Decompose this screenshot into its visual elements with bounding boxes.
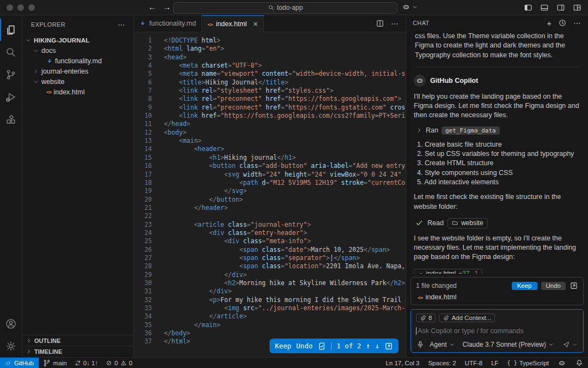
command-center-search[interactable]: todo-app [173, 2, 397, 14]
remote-indicator[interactable]: GitHub [0, 358, 39, 368]
minimize-window-button[interactable] [17, 4, 24, 11]
view-changes-icon[interactable] [569, 281, 578, 290]
code-line: 12<body> [134, 129, 406, 137]
code-line: 14 <header> [134, 145, 406, 153]
tab-functionality.md[interactable]: functionality.md [134, 15, 202, 32]
add-context-button[interactable]: Add Context... [439, 313, 495, 322]
tool-call-chip[interactable]: get_Figma_data [442, 126, 500, 135]
extensions-activity-button[interactable] [0, 108, 22, 130]
section-label: TIMELINE [34, 348, 62, 355]
changed-file-name[interactable]: index.html [425, 293, 456, 301]
window-controls[interactable] [7, 4, 35, 11]
expand-tool-call-icon[interactable] [416, 127, 422, 134]
sidebar-section-timeline[interactable]: TIMELINE [22, 346, 133, 357]
edited-file-chip[interactable]: <> index.html +37 -1 [414, 269, 482, 274]
chev-right-icon [33, 68, 39, 75]
source-control-activity-button[interactable] [0, 63, 22, 86]
tree-item-journal-enteries[interactable]: journal-enteries [22, 66, 133, 76]
keep-all-button[interactable]: Keep [512, 282, 537, 290]
layout-right-icon[interactable] [556, 3, 565, 12]
attachments-chip[interactable]: 8 [416, 313, 436, 322]
copilot-status-button[interactable] [553, 359, 571, 367]
code-line: 30 <h2>Morning hike at Skyline Wildernes… [134, 279, 406, 287]
cursor-position[interactable]: Ln 17, Col 3 [381, 360, 424, 366]
tree-item-functionality.md[interactable]: functionality.md [22, 56, 133, 66]
split-editor-button[interactable] [376, 19, 384, 28]
close-icon[interactable]: × [253, 20, 258, 28]
back-arrow-icon[interactable]: ← [148, 2, 156, 11]
layout-bottom-icon[interactable] [540, 3, 549, 12]
code-text: <svg width="24" height="24" viewBox="0 0… [164, 171, 406, 179]
search-activity-button[interactable] [0, 41, 22, 63]
code-line: 18 <path d="M12 5V19M5 12H19" stroke="cu… [134, 179, 406, 187]
previous-edit-button[interactable]: ↑ [366, 342, 370, 350]
editor-more-actions-button[interactable]: ⋯ [391, 19, 399, 28]
code-text: </button> [164, 196, 243, 204]
sync-indicator[interactable]: 0↓ 1↑ [71, 360, 102, 366]
code-line: 28 <span class="location">2201 Imola Ave… [134, 262, 406, 270]
encoding-indicator[interactable]: UTF-8 [461, 360, 487, 366]
code-text: <img src="../journal-enteries/images/202… [164, 304, 406, 312]
settings-gear-button[interactable] [0, 335, 22, 357]
tree-item-website[interactable]: website [22, 76, 133, 87]
html-file-icon: <> [207, 21, 212, 27]
explorer-more-actions-button[interactable]: ⋯ [118, 20, 126, 29]
editor-group: functionality.md<>index.html× ⋯ 1<!DOCTY… [133, 15, 406, 357]
accounts-button[interactable] [0, 312, 22, 335]
line-number: 36 [134, 329, 152, 337]
chat-messages[interactable]: css files. Use the Theme variable collec… [406, 31, 588, 274]
read-target-chip[interactable]: website [448, 218, 488, 228]
microphone-button[interactable] [416, 340, 425, 349]
code-text: <div class="entry-header"> [164, 229, 307, 237]
sidebar-section-outline[interactable]: OUTLINE [22, 335, 133, 346]
model-picker[interactable]: Claude 3.7 Sonnet (Preview) [463, 341, 554, 348]
layout-left-icon[interactable] [524, 3, 532, 12]
mode-picker[interactable]: Agent [430, 341, 455, 348]
tree-item-docs[interactable]: docs [22, 45, 133, 56]
assistant-paragraph: Let me first check the existing file str… [414, 192, 580, 212]
line-number: 1 [134, 37, 152, 45]
warnings-icon [120, 360, 127, 366]
branch-indicator[interactable]: main [39, 359, 71, 367]
chat-step: 2. Set up CSS variables for theming and … [417, 149, 580, 159]
tree-item-index.html[interactable]: <>index.html [22, 87, 133, 97]
line-number: 18 [134, 179, 152, 187]
copilot-menu-button[interactable] [402, 3, 418, 11]
run-debug-activity-button[interactable] [0, 86, 22, 108]
explorer-activity-button[interactable] [0, 19, 22, 41]
chat-history-button[interactable] [558, 19, 567, 27]
chev-down-icon [449, 341, 455, 348]
code-text: </body> [164, 329, 191, 337]
notifications-bell-button[interactable] [571, 359, 588, 367]
open-changes-icon[interactable] [384, 342, 393, 351]
maximize-window-button[interactable] [28, 4, 35, 11]
line-number: 5 [134, 70, 152, 78]
eol-indicator[interactable]: LF [487, 360, 503, 366]
next-edit-button[interactable]: ↓ [375, 342, 379, 350]
close-window-button[interactable] [7, 4, 13, 11]
tab-bar: functionality.md<>index.html× ⋯ [134, 15, 406, 32]
line-number: 11 [134, 120, 152, 128]
code-editor[interactable]: 1<!DOCTYPE html>2<html lang="en">3<head>… [134, 32, 406, 357]
keep-edit-button[interactable]: Keep [275, 342, 291, 350]
chat-input-box[interactable]: 8 Add Context... Ask Copilot or type / f… [411, 309, 584, 353]
line-number: 2 [134, 45, 152, 53]
undo-edit-button[interactable]: Undo [296, 342, 313, 350]
tree-item-root[interactable]: HIKING-JOURNAL [22, 35, 133, 45]
send-button[interactable] [562, 340, 578, 349]
chat-more-actions-button[interactable]: ⋯ [573, 19, 581, 27]
forward-arrow-icon[interactable]: → [163, 2, 171, 11]
tab-index.html[interactable]: <>index.html× [202, 15, 264, 32]
line-number: 22 [134, 212, 152, 220]
code-line: 6 <title>Hiking Journal</title> [134, 79, 406, 87]
new-chat-button[interactable]: + [547, 19, 552, 28]
indentation-indicator[interactable]: Spaces: 2 [424, 360, 460, 366]
layout-custom-icon[interactable] [573, 3, 581, 12]
problems-indicator[interactable]: 0 0 [102, 360, 136, 366]
line-number: 12 [134, 129, 152, 137]
language-mode[interactable]: { }TypeScript [503, 360, 553, 366]
line-number: 27 [134, 254, 152, 262]
undo-all-button[interactable]: Undo [541, 282, 566, 290]
keep-file-icon[interactable] [317, 342, 326, 351]
chat-input-placeholder[interactable]: Ask Copilot or type / for commands [418, 327, 524, 335]
